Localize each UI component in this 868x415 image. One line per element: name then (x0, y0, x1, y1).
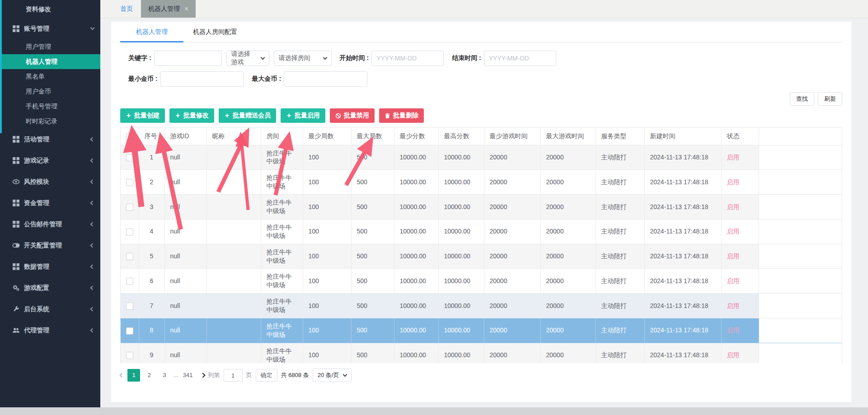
row-checkbox[interactable] (126, 154, 133, 161)
sidebar-group-9[interactable]: 后台系统 (0, 298, 100, 320)
sidebar-group-label: 游戏记录 (24, 157, 91, 165)
table-row[interactable]: 8null抢庄牛牛中级场10050010000.0010000.00200002… (121, 318, 842, 343)
cell-room: 抢庄牛牛中级场 (261, 219, 303, 244)
sidebar-item-黑名单[interactable]: 黑名单 (0, 69, 100, 84)
cell-status: 启用 (721, 318, 759, 343)
sidebar-item-用户金币[interactable]: 用户金币 (0, 84, 100, 99)
cell-min_rounds: 100 (303, 170, 351, 195)
sidebar-group-10[interactable]: 代理管理 (0, 320, 100, 341)
table-row[interactable]: 9null抢庄牛牛中级场10050010000.0010000.00200002… (121, 343, 842, 363)
next-page-icon[interactable] (200, 373, 205, 378)
batch-button-3[interactable]: +批量启用 (281, 108, 325, 123)
grid-icon (12, 199, 20, 207)
sidebar-menu: 账号管理用户管理机器人管理黑名单用户金币手机号管理时时彩记录活动管理游戏记录风控… (0, 18, 100, 341)
sidebar-group-2[interactable]: 游戏记录 (0, 150, 100, 171)
search-button[interactable]: 查找 (790, 92, 814, 106)
batch-button-2[interactable]: +批量赠送会员 (219, 108, 276, 123)
max-coin-input[interactable] (284, 71, 367, 87)
subtab-robot-room-config[interactable]: 机器人房间配置 (183, 22, 247, 42)
sidebar-item-手机号管理[interactable]: 手机号管理 (0, 99, 100, 114)
sidebar-group-4[interactable]: 资金管理 (0, 192, 100, 214)
tab-home[interactable]: 首页 (112, 0, 141, 18)
goto-page-input[interactable] (224, 369, 243, 382)
room-select-value: 请选择房间 (279, 54, 324, 62)
table-row[interactable]: 3null抢庄牛牛中级场10050010000.0010000.00200002… (121, 195, 842, 219)
keyword-input[interactable] (154, 51, 222, 66)
cell-empty (759, 269, 842, 294)
cell-status: 启用 (721, 145, 759, 170)
cell-status: 启用 (721, 269, 759, 294)
column-header: 游戏ID (164, 128, 206, 145)
row-checkbox[interactable] (126, 228, 133, 236)
end-date-input[interactable] (484, 51, 556, 66)
table-row[interactable]: 7null抢庄牛牛中级场10050010000.0010000.00200002… (121, 294, 842, 318)
subtab-robot-management[interactable]: 机器人管理 (120, 22, 183, 42)
tab-robot-management[interactable]: 机器人管理 × (141, 0, 196, 18)
table-row[interactable]: 6null抢庄牛牛中级场10050010000.0010000.00200002… (121, 269, 842, 294)
close-icon[interactable]: × (184, 5, 188, 13)
page-number-1[interactable]: 1 (127, 369, 140, 382)
cell-max_score: 10000.00 (438, 219, 484, 244)
sidebar-item-profile-edit[interactable]: 资料修改 (0, 0, 100, 18)
sidebar-group-1[interactable]: 活动管理 (0, 129, 100, 150)
trash-icon (385, 113, 390, 119)
chevron-down-icon (90, 26, 95, 30)
refresh-button[interactable]: 刷新 (818, 92, 842, 106)
row-checkbox[interactable] (126, 204, 133, 211)
sidebar-group-6[interactable]: 开关配置管理 (0, 235, 100, 256)
batch-button-4[interactable]: 批量禁用 (330, 108, 375, 123)
table-row[interactable]: 2null抢庄牛牛中级场10050010000.0010000.00200002… (121, 170, 842, 195)
cell-room: 抢庄牛牛中级场 (261, 269, 303, 294)
row-checkbox[interactable] (126, 352, 133, 359)
sidebar-group-8[interactable]: 游戏配置 (0, 277, 100, 298)
window-tabbar: 首页 机器人管理 × (100, 0, 868, 18)
cell-min_time: 20000 (484, 294, 540, 318)
row-checkbox[interactable] (126, 303, 133, 310)
cell-min_score: 10000.00 (394, 269, 438, 294)
row-checkbox[interactable] (126, 253, 133, 260)
table-row[interactable]: 4null抢庄牛牛中级场10050010000.0010000.00200002… (121, 219, 842, 244)
batch-button-label: 批量启用 (295, 112, 320, 120)
page-number-3[interactable]: 3 (158, 369, 171, 382)
prev-page-icon[interactable] (119, 373, 124, 378)
sidebar-group-7[interactable]: 数据管理 (0, 256, 100, 277)
sidebar-scrollbar[interactable] (0, 0, 2, 133)
chevron-left-icon (90, 201, 95, 205)
table-row[interactable]: 1null抢庄牛牛中级场10050010000.0010000.00200002… (121, 145, 842, 170)
cell-max_time: 20000 (540, 195, 596, 219)
gears-icon (12, 284, 20, 292)
sidebar-group-label: 后台系统 (24, 305, 91, 313)
page-number-341[interactable]: 341 (181, 369, 195, 382)
min-coin-input[interactable] (160, 71, 244, 87)
sidebar-item-用户管理[interactable]: 用户管理 (0, 39, 100, 54)
bottom-bar (0, 407, 868, 415)
batch-button-1[interactable]: +批量修改 (169, 108, 214, 123)
cell-created: 2024-11-13 17:48:18 (644, 219, 721, 244)
game-select[interactable]: 请选择游戏 (226, 51, 269, 66)
sidebar-group-5[interactable]: 公告邮件管理 (0, 214, 100, 235)
sidebar-item-机器人管理[interactable]: 机器人管理 (0, 54, 100, 69)
page-number-2[interactable]: 2 (143, 369, 155, 382)
chevron-left-icon (90, 243, 95, 248)
sidebar-group-3[interactable]: 风控模块 (0, 171, 100, 192)
row-checkbox[interactable] (126, 327, 133, 335)
batch-button-label: 批量修改 (183, 112, 209, 120)
sidebar-item-时时彩记录[interactable]: 时时彩记录 (0, 114, 100, 129)
batch-button-0[interactable]: +批量创建 (120, 108, 165, 123)
cell-max_time: 20000 (540, 294, 596, 318)
table-row[interactable]: 5null抢庄牛牛中级场10050010000.0010000.00200002… (121, 244, 842, 269)
room-select[interactable]: 请选择房间 (274, 51, 332, 66)
chevron-down-icon (343, 372, 347, 377)
select-all-checkbox[interactable] (126, 133, 133, 140)
row-checkbox[interactable] (126, 278, 133, 285)
cell-empty (759, 170, 842, 195)
start-date-input[interactable] (371, 51, 444, 66)
batch-button-5[interactable]: 批量删除 (379, 108, 424, 123)
sidebar-group-0[interactable]: 账号管理 (0, 18, 100, 39)
cell-game_id: null (164, 318, 206, 343)
confirm-page-button[interactable]: 确定 (256, 369, 277, 382)
row-checkbox[interactable] (126, 179, 133, 186)
page-size-select[interactable]: 20 条/页 (313, 368, 352, 382)
robot-table-container: 序号游戏ID昵称房间最少局数最大局数最少分数最高分数最少游戏时间最大游戏时间服务… (120, 127, 842, 363)
cell-seq: 5 (139, 244, 164, 269)
